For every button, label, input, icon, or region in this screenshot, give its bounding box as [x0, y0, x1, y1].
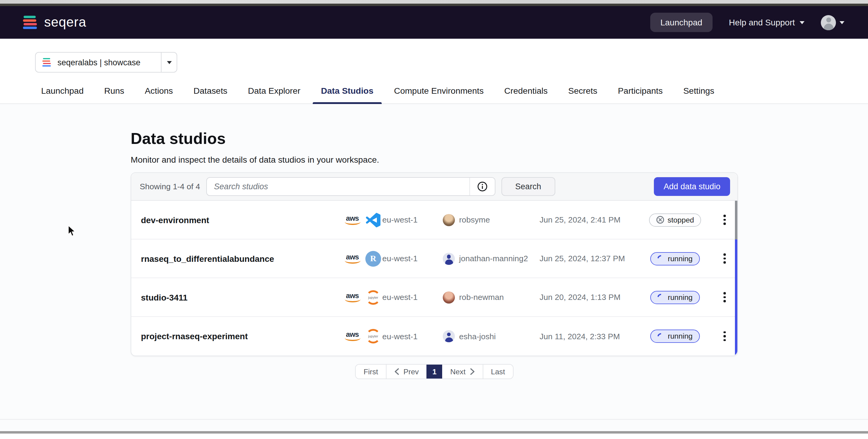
studio-env-icons: aws R jupyter	[344, 251, 382, 266]
scrollbar-thumb[interactable]	[735, 201, 737, 240]
tab-secrets[interactable]: Secrets	[567, 81, 598, 103]
studio-env-icons: aws R jupyter	[344, 289, 382, 305]
navbar-right: Launchpad Help and Support	[650, 13, 844, 32]
add-data-studio-button[interactable]: Add data studio	[654, 177, 730, 196]
mouse-cursor	[68, 225, 76, 237]
stopped-x-circle-icon	[656, 216, 664, 224]
seqera-wordmark: seqera	[44, 14, 86, 30]
launchpad-button[interactable]: Launchpad	[650, 13, 713, 32]
main-content: Data studios Monitor and inspect the det…	[0, 104, 868, 419]
aws-icon: aws	[344, 215, 361, 225]
showing-count: Showing 1-4 of 4	[140, 182, 200, 191]
studio-status-cell: running	[642, 330, 708, 343]
search-input[interactable]	[207, 178, 469, 195]
tab-compute-environments[interactable]: Compute Environments	[393, 81, 485, 103]
user-name: jonathan-manning2	[459, 254, 528, 263]
user-avatar	[443, 330, 455, 342]
jupyter-icon: jupyter	[365, 328, 381, 344]
pagination-current-page[interactable]: 1	[427, 365, 442, 379]
help-and-support-label: Help and Support	[729, 18, 795, 27]
row-actions-kebab-menu[interactable]	[724, 215, 729, 225]
studio-row[interactable]: dev-environment aws R jupyter eu-west-1 …	[131, 201, 737, 240]
status-label: running	[668, 332, 692, 340]
studio-date: Jun 11, 2024, 2:33 PM	[539, 332, 642, 341]
studio-env-icons: aws R jupyter	[344, 328, 382, 344]
tab-participants[interactable]: Participants	[617, 81, 664, 103]
app-icon: R jupyter	[365, 251, 381, 266]
pagination-first-button[interactable]: First	[356, 365, 386, 379]
spinner-icon	[656, 293, 665, 302]
pagination-first-label: First	[364, 367, 378, 376]
studio-env-icons: aws R jupyter	[344, 212, 382, 228]
workspace-bar: seqeralabs | showcase	[0, 39, 868, 72]
studio-user: rob-newman	[443, 291, 539, 303]
app-icon: R jupyter	[365, 212, 381, 228]
status-badge-running: running	[650, 330, 700, 343]
user-menu[interactable]	[821, 15, 844, 30]
studio-user: esha-joshi	[443, 330, 539, 342]
status-badge-stopped: stopped	[649, 213, 701, 226]
rstudio-icon: R	[365, 251, 381, 266]
tab-actions[interactable]: Actions	[144, 81, 174, 103]
chevron-right-icon	[470, 368, 474, 375]
search-info-button[interactable]	[469, 178, 495, 195]
user-name: esha-joshi	[459, 332, 496, 341]
app-icon: R jupyter	[365, 328, 381, 344]
studio-name: project-rnaseq-experiment	[141, 332, 344, 341]
status-badge-running: running	[650, 252, 700, 265]
user-avatar	[443, 214, 455, 226]
pagination-last-button[interactable]: Last	[483, 365, 513, 379]
user-name: robsyme	[459, 215, 490, 224]
page-subtitle: Monitor and inspect the details of data …	[0, 148, 868, 164]
footer-band	[0, 419, 868, 431]
studio-rows: dev-environment aws R jupyter eu-west-1 …	[131, 201, 737, 355]
scrollbar-track-highlight[interactable]	[735, 240, 737, 355]
pagination-last-label: Last	[491, 367, 505, 376]
search-button[interactable]: Search	[501, 177, 555, 196]
tab-data-studios[interactable]: Data Studios	[320, 81, 374, 103]
bottom-window-strip	[0, 431, 868, 434]
studio-region: eu-west-1	[382, 293, 443, 302]
aws-icon: aws	[344, 332, 361, 341]
seqera-logo-icon	[23, 15, 38, 29]
workspace-selector-label: seqeralabs | showcase	[58, 58, 140, 67]
pagination-container: First Prev 1 Next Last	[131, 364, 738, 379]
chevron-down-icon	[800, 21, 805, 24]
data-studios-card: Showing 1-4 of 4 Search Add data studio	[131, 173, 738, 356]
studio-row[interactable]: project-rnaseq-experiment aws R jupyter …	[131, 317, 737, 355]
tab-datasets[interactable]: Datasets	[192, 81, 229, 103]
studio-user: robsyme	[443, 214, 539, 226]
studio-status-cell: running	[642, 252, 708, 265]
studio-name: studio-3411	[141, 292, 344, 302]
row-actions-kebab-menu[interactable]	[724, 292, 729, 302]
studio-date: Jun 25, 2024, 2:41 PM	[539, 215, 642, 224]
app-window: seqera Launchpad Help and Support seqera…	[0, 0, 868, 439]
tab-settings[interactable]: Settings	[682, 81, 716, 103]
tab-launchpad[interactable]: Launchpad	[40, 81, 85, 103]
studio-date: Jun 20, 2024, 1:13 PM	[539, 293, 642, 302]
studio-row[interactable]: studio-3411 aws R jupyter eu-west-1 rob-…	[131, 278, 737, 317]
studio-status-cell: running	[642, 290, 708, 304]
tab-credentials[interactable]: Credentials	[503, 81, 549, 103]
studio-user: jonathan-manning2	[443, 252, 539, 264]
pagination-prev-button[interactable]: Prev	[386, 365, 427, 379]
help-and-support-menu[interactable]: Help and Support	[729, 18, 805, 27]
aws-icon: aws	[344, 254, 361, 263]
tab-data-explorer[interactable]: Data Explorer	[247, 81, 302, 103]
studios-toolbar: Showing 1-4 of 4 Search Add data studio	[131, 173, 737, 201]
top-navbar: seqera Launchpad Help and Support	[0, 6, 868, 39]
row-actions-kebab-menu[interactable]	[724, 253, 729, 264]
user-name: rob-newman	[459, 293, 504, 302]
spinner-icon	[656, 254, 665, 263]
status-badge-running: running	[650, 290, 700, 304]
row-actions-kebab-menu[interactable]	[724, 331, 729, 341]
studio-row[interactable]: rnaseq_to_differentialabundance aws R ju…	[131, 240, 737, 278]
chevron-down-icon	[840, 21, 844, 24]
seqera-logo[interactable]: seqera	[23, 14, 86, 30]
search-input-group	[206, 177, 495, 196]
aws-icon: aws	[344, 292, 361, 302]
workspace-selector-dropdown[interactable]	[161, 53, 177, 72]
tab-runs[interactable]: Runs	[103, 81, 125, 103]
pagination-next-button[interactable]: Next	[442, 365, 483, 379]
workspace-selector[interactable]: seqeralabs | showcase	[35, 52, 177, 72]
